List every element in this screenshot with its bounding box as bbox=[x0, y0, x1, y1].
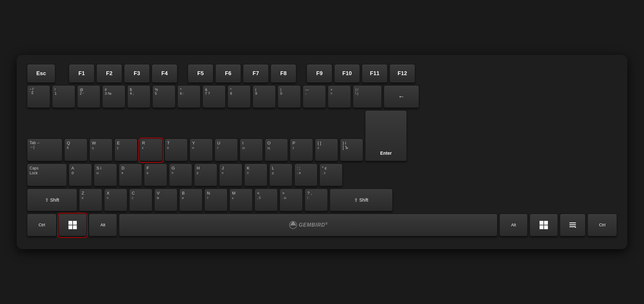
key-alt-left[interactable]: Alt bbox=[89, 214, 117, 237]
key-6[interactable]: ^6 : bbox=[177, 85, 201, 109]
windows-icon bbox=[68, 221, 77, 230]
key-a[interactable]: Aф bbox=[69, 164, 92, 187]
key-l[interactable]: Lд bbox=[269, 164, 292, 187]
key-4[interactable]: $4 ; bbox=[127, 85, 150, 109]
key-9[interactable]: (9 bbox=[253, 85, 276, 109]
key-x[interactable]: Xч bbox=[104, 189, 127, 212]
bottom-row: Ctrl Alt GEMBIRD® bbox=[27, 214, 617, 237]
key-f3[interactable]: F3 bbox=[124, 64, 150, 83]
key-z[interactable]: Zя bbox=[79, 189, 102, 212]
key-b[interactable]: Bи bbox=[179, 189, 202, 212]
key-r[interactable]: Rк bbox=[139, 139, 163, 162]
key-win-left[interactable] bbox=[58, 214, 87, 237]
key-i[interactable]: Iш bbox=[240, 139, 263, 162]
key-shift-left[interactable]: ⇧ Shift bbox=[27, 189, 77, 212]
key-f2[interactable]: F2 bbox=[96, 64, 122, 83]
qwerty-row: Tab ←→| Qй Wц Eу Rк Tе Yн Uг Iш Oщ bbox=[27, 110, 617, 162]
svg-rect-7 bbox=[544, 221, 548, 225]
key-backspace[interactable]: ← bbox=[384, 85, 419, 109]
svg-rect-1 bbox=[73, 221, 77, 225]
key-f5[interactable]: F5 bbox=[188, 64, 213, 83]
key-ctrl-right[interactable]: Ctrl bbox=[587, 214, 617, 237]
key-3[interactable]: #3 № bbox=[102, 85, 125, 109]
svg-rect-10 bbox=[569, 222, 576, 223]
gembird-logo-icon bbox=[289, 221, 298, 230]
svg-rect-11 bbox=[569, 224, 576, 225]
key-k[interactable]: Kл bbox=[244, 164, 267, 187]
key-5[interactable]: %5 bbox=[152, 85, 175, 109]
key-8[interactable]: *8 bbox=[228, 85, 251, 109]
key-rbracket[interactable]: } і] Ъ bbox=[340, 139, 363, 162]
key-lbracket[interactable]: { [х bbox=[315, 139, 338, 162]
key-alt-right[interactable]: Alt bbox=[499, 214, 528, 237]
key-g[interactable]: Gп bbox=[169, 164, 192, 187]
key-comma[interactable]: <, б bbox=[255, 189, 278, 212]
zxcv-row: ⇧ Shift Zя Xч Cс Vм Bи Nт Mь <, б >. ю ? bbox=[27, 189, 617, 212]
svg-rect-12 bbox=[569, 226, 575, 227]
svg-rect-8 bbox=[540, 225, 543, 229]
key-f9[interactable]: F9 bbox=[307, 64, 332, 83]
asdf-row: CapsLock Aф S iы Dв Fа Gп Hр Jо Kл Lд : bbox=[27, 164, 617, 187]
gembird-logo: GEMBIRD® bbox=[289, 221, 328, 230]
svg-rect-2 bbox=[68, 225, 72, 229]
keyboard: Esc F1 F2 F3 F4 F5 F6 F7 F8 F9 F10 F11 F… bbox=[17, 55, 627, 249]
key-tab[interactable]: Tab ←→| bbox=[27, 139, 62, 162]
key-c[interactable]: Cс bbox=[129, 189, 152, 212]
key-equals[interactable]: += bbox=[328, 85, 351, 109]
svg-rect-6 bbox=[540, 221, 543, 225]
key-f8[interactable]: F8 bbox=[271, 64, 296, 83]
key-quote[interactable]: " є, э bbox=[319, 164, 343, 187]
key-f10[interactable]: F10 bbox=[334, 64, 360, 83]
key-v[interactable]: Vм bbox=[154, 189, 177, 212]
key-f11[interactable]: F11 bbox=[362, 64, 388, 83]
key-e[interactable]: Eу bbox=[114, 139, 138, 162]
key-esc[interactable]: Esc bbox=[27, 64, 55, 83]
key-m[interactable]: Mь bbox=[229, 189, 253, 212]
key-caps-lock[interactable]: CapsLock bbox=[27, 164, 67, 187]
key-f6[interactable]: F6 bbox=[215, 64, 241, 83]
key-menu[interactable] bbox=[560, 214, 586, 237]
key-space[interactable]: GEMBIRD® bbox=[119, 214, 497, 237]
key-w[interactable]: Wц bbox=[89, 139, 112, 162]
key-backtick[interactable]: ~ Г` Ё bbox=[27, 85, 50, 109]
key-ctrl-left[interactable]: Ctrl bbox=[27, 214, 57, 237]
key-u[interactable]: Uг bbox=[215, 139, 238, 162]
key-shift-right[interactable]: ⇧ Shift bbox=[330, 189, 393, 212]
fn-row: Esc F1 F2 F3 F4 F5 F6 F7 F8 F9 F10 F11 F… bbox=[27, 64, 617, 83]
key-minus[interactable]: —- bbox=[303, 85, 326, 109]
key-f7[interactable]: F7 bbox=[243, 64, 269, 83]
key-n[interactable]: Nт bbox=[204, 189, 228, 212]
key-1[interactable]: !1 bbox=[52, 85, 75, 109]
number-row: ~ Г` Ё !1 @2 " #3 № $4 ; %5 ^6 : &7 ? *8… bbox=[27, 85, 617, 109]
key-f[interactable]: Fа bbox=[144, 164, 167, 187]
key-y[interactable]: Yн bbox=[190, 139, 213, 162]
brand-label: GEMBIRD® bbox=[299, 222, 328, 228]
key-d[interactable]: Dв bbox=[119, 164, 142, 187]
key-f1[interactable]: F1 bbox=[69, 64, 94, 83]
key-0[interactable]: )0 bbox=[278, 85, 301, 109]
key-7[interactable]: &7 ? bbox=[202, 85, 226, 109]
key-q[interactable]: Qй bbox=[64, 139, 87, 162]
key-p[interactable]: Pз bbox=[290, 139, 313, 162]
windows-icon-right bbox=[539, 221, 548, 230]
key-slash[interactable]: ? ,/ . bbox=[305, 189, 328, 212]
key-j[interactable]: Jо bbox=[219, 164, 242, 187]
svg-rect-0 bbox=[68, 221, 72, 225]
svg-rect-9 bbox=[544, 225, 548, 229]
key-win-right[interactable] bbox=[530, 214, 558, 237]
svg-point-5 bbox=[292, 224, 293, 225]
key-h[interactable]: Hр bbox=[194, 164, 217, 187]
key-enter[interactable]: Enter bbox=[365, 110, 407, 162]
key-f12[interactable]: F12 bbox=[389, 64, 415, 83]
key-f4[interactable]: F4 bbox=[152, 64, 177, 83]
key-backslash[interactable]: | /\ | bbox=[353, 85, 382, 109]
svg-rect-3 bbox=[73, 225, 77, 229]
key-t[interactable]: Tе bbox=[165, 139, 188, 162]
key-2[interactable]: @2 " bbox=[77, 85, 100, 109]
key-semicolon[interactable]: : ;; ж bbox=[294, 164, 318, 187]
key-period[interactable]: >. ю bbox=[280, 189, 303, 212]
menu-icon bbox=[569, 221, 576, 229]
key-o[interactable]: Oщ bbox=[265, 139, 288, 162]
key-s[interactable]: S iы bbox=[94, 164, 117, 187]
